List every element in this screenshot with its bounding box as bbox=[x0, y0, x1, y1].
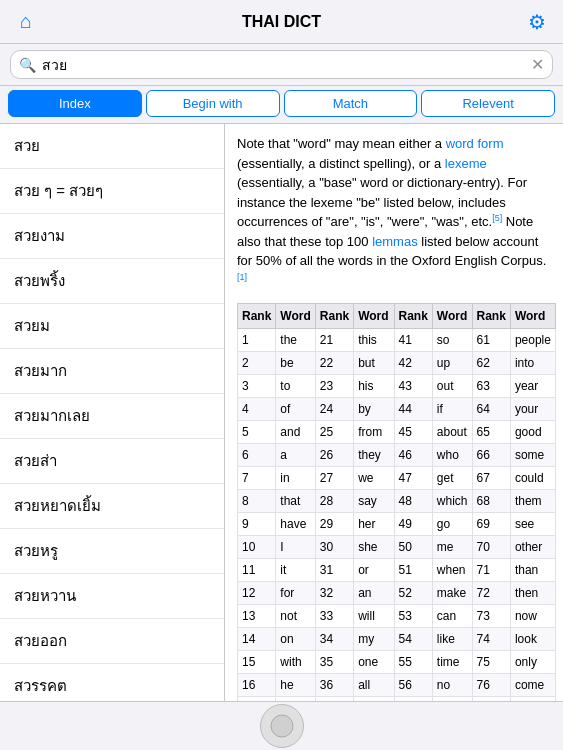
table-cell: 34 bbox=[315, 627, 353, 650]
footnote-5: [5] bbox=[492, 213, 502, 223]
tab-begin-with[interactable]: Begin with bbox=[146, 90, 280, 117]
table-cell: 26 bbox=[315, 443, 353, 466]
table-cell: 30 bbox=[315, 535, 353, 558]
table-cell: 74 bbox=[472, 627, 510, 650]
table-row: 14on34my54like74look bbox=[238, 627, 556, 650]
svg-point-0 bbox=[271, 715, 293, 737]
lemmas-link[interactable]: lemmas bbox=[372, 234, 418, 249]
table-cell: my bbox=[354, 627, 394, 650]
table-cell: 16 bbox=[238, 673, 276, 696]
table-row: 7in27we47get67could bbox=[238, 466, 556, 489]
table-cell: to bbox=[276, 374, 315, 397]
table-cell: into bbox=[510, 351, 555, 374]
table-cell: 50 bbox=[394, 535, 432, 558]
table-cell: they bbox=[354, 443, 394, 466]
search-input[interactable] bbox=[42, 57, 531, 73]
table-cell: or bbox=[354, 558, 394, 581]
table-row: 12for32an52make72then bbox=[238, 581, 556, 604]
table-cell: 2 bbox=[238, 351, 276, 374]
home-button[interactable] bbox=[260, 704, 304, 748]
word-form-link[interactable]: word form bbox=[446, 136, 504, 151]
table-cell: 46 bbox=[394, 443, 432, 466]
table-cell: 4 bbox=[238, 397, 276, 420]
lexeme-link[interactable]: lexeme bbox=[445, 156, 487, 171]
word-list-item[interactable]: สวยงาม bbox=[0, 214, 224, 259]
word-list: สวยสวย ๆ = สวยๆสวยงามสวยพริ้งสวยมสวยมากส… bbox=[0, 124, 225, 701]
tab-match[interactable]: Match bbox=[284, 90, 418, 117]
table-cell: 29 bbox=[315, 512, 353, 535]
word-list-item[interactable]: สวยส่า bbox=[0, 439, 224, 484]
table-cell: 61 bbox=[472, 328, 510, 351]
footnote-1: [1] bbox=[237, 272, 247, 282]
table-header: Word bbox=[354, 303, 394, 328]
table-cell: have bbox=[276, 512, 315, 535]
table-cell: like bbox=[432, 627, 472, 650]
table-row: 4of24by44if64your bbox=[238, 397, 556, 420]
table-row: 3to23his43out63year bbox=[238, 374, 556, 397]
table-cell: with bbox=[276, 650, 315, 673]
table-cell: but bbox=[354, 351, 394, 374]
table-cell: see bbox=[510, 512, 555, 535]
bottom-bar bbox=[0, 701, 563, 750]
table-cell: 48 bbox=[394, 489, 432, 512]
table-cell: go bbox=[432, 512, 472, 535]
table-cell: 42 bbox=[394, 351, 432, 374]
table-cell: get bbox=[432, 466, 472, 489]
table-cell: 24 bbox=[315, 397, 353, 420]
word-list-item[interactable]: สวรรคต bbox=[0, 664, 224, 701]
table-cell: 73 bbox=[472, 604, 510, 627]
table-cell: than bbox=[510, 558, 555, 581]
table-header: Rank bbox=[315, 303, 353, 328]
table-cell: 6 bbox=[238, 443, 276, 466]
word-rank-table: RankWordRankWordRankWordRankWord1the21th… bbox=[237, 303, 556, 701]
word-list-item[interactable]: สวยม bbox=[0, 304, 224, 349]
main-content: สวยสวย ๆ = สวยๆสวยงามสวยพริ้งสวยมสวยมากส… bbox=[0, 124, 563, 701]
table-cell: 63 bbox=[472, 374, 510, 397]
table-cell: no bbox=[432, 673, 472, 696]
table-header: Rank bbox=[238, 303, 276, 328]
word-list-item[interactable]: สวยมากเลย bbox=[0, 394, 224, 439]
table-cell: some bbox=[510, 443, 555, 466]
table-cell: 76 bbox=[472, 673, 510, 696]
word-list-item[interactable]: สวยออก bbox=[0, 619, 224, 664]
table-cell: 54 bbox=[394, 627, 432, 650]
table-cell: 31 bbox=[315, 558, 353, 581]
table-cell: 5 bbox=[238, 420, 276, 443]
table-cell: 56 bbox=[394, 673, 432, 696]
table-cell: by bbox=[354, 397, 394, 420]
search-icon: 🔍 bbox=[19, 57, 36, 73]
definition-text: Note that "word" may mean either a word … bbox=[237, 134, 551, 291]
table-cell: say bbox=[354, 489, 394, 512]
word-list-item[interactable]: สวยหยาดเยิ้ม bbox=[0, 484, 224, 529]
table-cell: it bbox=[276, 558, 315, 581]
word-list-item[interactable]: สวยหวาน bbox=[0, 574, 224, 619]
table-cell: 12 bbox=[238, 581, 276, 604]
table-cell: 21 bbox=[315, 328, 353, 351]
word-list-item[interactable]: สวยหรู bbox=[0, 529, 224, 574]
table-cell: 23 bbox=[315, 374, 353, 397]
search-clear-icon[interactable]: ✕ bbox=[531, 55, 544, 74]
table-cell: 22 bbox=[315, 351, 353, 374]
word-list-item[interactable]: สวยมาก bbox=[0, 349, 224, 394]
table-cell: will bbox=[354, 604, 394, 627]
tab-index[interactable]: Index bbox=[8, 90, 142, 117]
table-cell: the bbox=[276, 328, 315, 351]
tab-relevent[interactable]: Relevent bbox=[421, 90, 555, 117]
word-list-item[interactable]: สวยพริ้ง bbox=[0, 259, 224, 304]
table-cell: 55 bbox=[394, 650, 432, 673]
home-icon[interactable]: ⌂ bbox=[12, 8, 40, 36]
table-row: 9have29her49go69see bbox=[238, 512, 556, 535]
word-list-item[interactable]: สวย ๆ = สวยๆ bbox=[0, 169, 224, 214]
table-cell: 52 bbox=[394, 581, 432, 604]
table-cell: 75 bbox=[472, 650, 510, 673]
table-row: 2be22but42up62into bbox=[238, 351, 556, 374]
word-list-item[interactable]: สวย bbox=[0, 124, 224, 169]
table-cell: 47 bbox=[394, 466, 432, 489]
table-cell: 10 bbox=[238, 535, 276, 558]
table-cell: in bbox=[276, 466, 315, 489]
table-cell: 64 bbox=[472, 397, 510, 420]
table-cell: 14 bbox=[238, 627, 276, 650]
table-cell: them bbox=[510, 489, 555, 512]
app-header: ⌂ THAI DICT ⚙ bbox=[0, 0, 563, 44]
settings-icon[interactable]: ⚙ bbox=[523, 8, 551, 36]
